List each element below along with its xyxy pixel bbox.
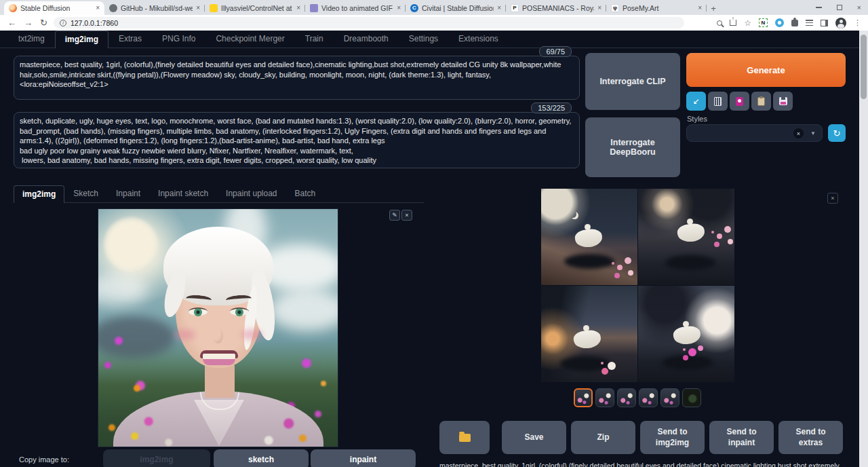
folder-icon xyxy=(459,434,471,442)
browser-tab-controlnet[interactable]: Illyasviel/ControlNet at main × xyxy=(205,1,305,15)
styles-dropdown[interactable]: × ▼ xyxy=(686,124,823,142)
thumbnail-2[interactable] xyxy=(595,388,614,407)
bookmark-star-icon[interactable]: ☆ xyxy=(744,19,751,27)
tab-extensions[interactable]: Extensions xyxy=(448,30,509,48)
read-parameters-button[interactable]: ↙ xyxy=(686,92,706,111)
thumbnail-6[interactable] xyxy=(682,388,701,407)
tab-close-icon[interactable]: × xyxy=(698,5,702,12)
tab-title: Stable Diffusion xyxy=(20,4,92,12)
new-tab-button[interactable]: + xyxy=(707,1,720,15)
subtab-inpaint-sketch[interactable]: Inpaint sketch xyxy=(149,185,217,202)
art-figure xyxy=(672,321,702,348)
prompt-input[interactable]: masterpiece, best quality, 1girl, (color… xyxy=(14,56,580,100)
profile-avatar[interactable] xyxy=(835,18,846,29)
copy-to-sketch-button[interactable]: sketch xyxy=(214,449,309,467)
negative-prompt-input[interactable]: sketch, duplicate, ugly, huge eyes, text… xyxy=(14,112,580,168)
subtab-inpaint-upload[interactable]: Inpaint upload xyxy=(217,185,285,202)
card-icon xyxy=(736,97,743,106)
art-petals xyxy=(601,362,604,365)
thumbnail-5[interactable] xyxy=(660,388,679,407)
refresh-styles-button[interactable]: ↻ xyxy=(828,124,846,142)
art-petals xyxy=(612,262,614,265)
tab-txt2img[interactable]: txt2img xyxy=(8,30,55,48)
send-to-img2img-button[interactable]: Send to img2img xyxy=(640,421,705,454)
tab-close-icon[interactable]: × xyxy=(397,5,401,12)
generate-button[interactable]: Generate xyxy=(686,53,846,87)
open-folder-button[interactable] xyxy=(439,421,490,454)
send-to-inpaint-button[interactable]: Send to inpaint xyxy=(709,421,774,454)
send-to-extras-button[interactable]: Send to extras xyxy=(778,421,843,454)
art-eye-right xyxy=(230,307,249,316)
close-gallery-icon[interactable]: × xyxy=(827,193,838,204)
gallery-image-1[interactable] xyxy=(541,189,637,285)
reload-icon[interactable]: ↻ xyxy=(40,18,47,27)
minimize-icon[interactable] xyxy=(816,7,822,8)
forward-icon[interactable]: → xyxy=(24,18,33,27)
close-window-icon[interactable]: × xyxy=(857,4,861,12)
thumbnail-3[interactable] xyxy=(617,388,636,407)
tab-dreambooth[interactable]: Dreambooth xyxy=(334,30,399,48)
art-figure xyxy=(574,224,604,251)
interrogate-deepbooru-button[interactable]: Interrogate DeepBooru xyxy=(585,117,680,177)
page-scrollbar[interactable] xyxy=(859,31,868,467)
floppy-disk-icon xyxy=(779,97,787,105)
art-blush-left xyxy=(174,329,196,340)
playlist-icon[interactable] xyxy=(806,20,813,26)
gallery-image-3[interactable] xyxy=(541,286,637,382)
tab-settings[interactable]: Settings xyxy=(399,30,448,48)
tab-checkpoint-merger[interactable]: Checkpoint Merger xyxy=(205,30,294,48)
share-icon[interactable] xyxy=(730,20,736,26)
extra-networks-button[interactable] xyxy=(730,92,749,111)
zoom-icon[interactable] xyxy=(717,20,722,26)
subtab-img2img[interactable]: img2img xyxy=(14,185,64,203)
tab-close-icon[interactable]: × xyxy=(296,5,300,12)
clear-prompt-button[interactable] xyxy=(708,92,728,111)
maximize-icon[interactable] xyxy=(837,5,842,10)
save-button[interactable]: Save xyxy=(502,421,566,454)
subtab-sketch[interactable]: Sketch xyxy=(64,185,107,202)
tab-close-icon[interactable]: × xyxy=(597,5,601,12)
tab-title: GitHub - Mikubill/sd-webui-co xyxy=(121,4,193,12)
extensions-puzzle-icon[interactable] xyxy=(791,20,798,26)
remove-image-icon[interactable]: × xyxy=(401,210,412,221)
subtab-inpaint[interactable]: Inpaint xyxy=(107,185,149,202)
extension-blue-icon[interactable] xyxy=(775,18,784,27)
address-bar[interactable]: i 127.0.0.1:7860 xyxy=(54,17,684,29)
gallery-image-4[interactable] xyxy=(638,286,734,382)
copy-to-inpaint-button[interactable]: inpaint xyxy=(311,449,416,467)
tab-close-icon[interactable]: × xyxy=(196,5,200,12)
browser-tab-gif-converter[interactable]: Video to animated GIF converter × xyxy=(305,1,406,15)
tab-close-icon[interactable]: × xyxy=(497,5,501,12)
tab-extras[interactable]: Extras xyxy=(108,30,152,48)
scrollbar-thumb[interactable] xyxy=(861,35,867,99)
browser-tab-github[interactable]: GitHub - Mikubill/sd-webui-co × xyxy=(104,1,205,15)
thumbnail-4[interactable] xyxy=(639,388,658,407)
save-style-button[interactable] xyxy=(773,92,793,111)
tab-png-info[interactable]: PNG Info xyxy=(152,30,205,48)
interrogate-clip-button[interactable]: Interrogate CLIP xyxy=(585,53,680,110)
back-icon[interactable]: ← xyxy=(7,18,16,27)
thumbnail-1-selected[interactable] xyxy=(574,388,593,407)
subtab-batch[interactable]: Batch xyxy=(286,185,325,202)
apply-style-button[interactable] xyxy=(751,92,771,111)
tab-img2img[interactable]: img2img xyxy=(55,31,108,48)
source-image-portrait[interactable] xyxy=(98,209,338,447)
extension-n-icon[interactable]: N xyxy=(759,18,768,27)
art-petals xyxy=(711,231,714,234)
browser-tab-posemyart[interactable]: ψ PoseMy.Art × xyxy=(606,1,707,15)
gallery-image-2[interactable] xyxy=(638,189,734,285)
zip-button[interactable]: Zip xyxy=(571,421,635,454)
trash-icon xyxy=(714,97,722,106)
browser-tab-posemaniacs[interactable]: P POSEMANIACS - Royalty free 3 × xyxy=(506,1,606,15)
clear-styles-icon[interactable]: × xyxy=(793,128,804,138)
site-info-icon[interactable]: i xyxy=(60,20,66,26)
tab-close-icon[interactable]: × xyxy=(96,5,100,12)
copy-image-to-label: Copy image to: xyxy=(19,455,69,464)
browser-tab-stable-diffusion[interactable]: Stable Diffusion × xyxy=(4,1,104,15)
sidebar-icon[interactable] xyxy=(821,20,828,26)
art-rock xyxy=(665,255,715,270)
browser-menu-icon[interactable]: ⋮ xyxy=(854,19,861,26)
edit-image-icon[interactable]: ✎ xyxy=(389,210,400,221)
tab-train[interactable]: Train xyxy=(295,30,334,48)
browser-tab-civitai[interactable]: C Civitai | Stable Diffusion model × xyxy=(406,1,506,15)
